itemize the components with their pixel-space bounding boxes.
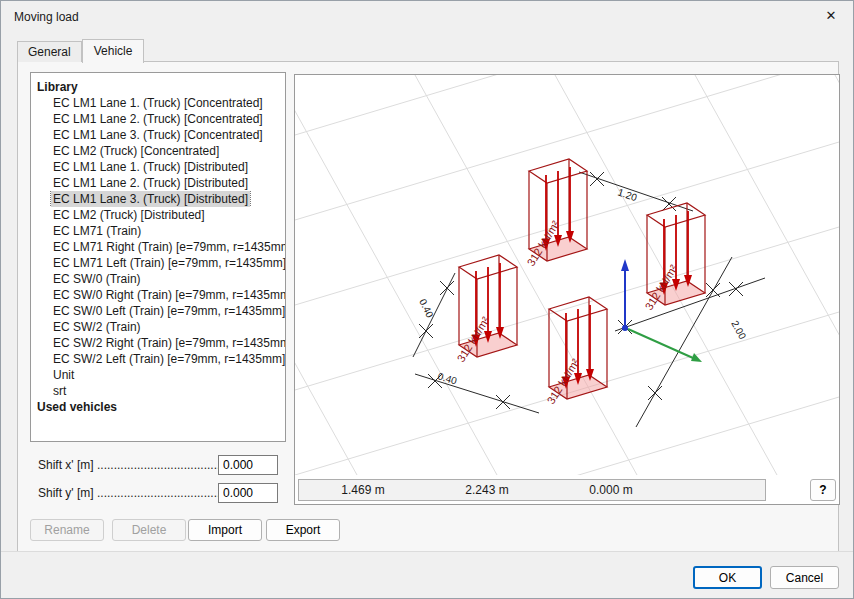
- list-item[interactable]: srt: [31, 383, 285, 399]
- list-item[interactable]: EC SW/2 (Train): [31, 319, 285, 335]
- list-item[interactable]: EC SW/0 Left (Train) [e=79mm, r=1435mm]: [31, 303, 285, 319]
- shift-y-row: Shift y' [m] ...........................…: [38, 482, 286, 504]
- list-item[interactable]: EC SW/0 Right (Train) [e=79mm, r=1435mm]: [31, 287, 285, 303]
- shift-y-input[interactable]: [218, 483, 278, 503]
- tab-vehicle[interactable]: Vehicle: [82, 39, 145, 63]
- window-title: Moving load: [14, 10, 79, 24]
- tab-general[interactable]: General: [17, 41, 82, 62]
- coordinate-status-bar: 1.469 m 2.243 m 0.000 m: [298, 479, 766, 501]
- shift-x-label: Shift x' [m] ...........................…: [38, 458, 218, 472]
- list-item[interactable]: EC LM1 Lane 1. (Truck) [Concentrated]: [31, 95, 285, 111]
- ok-button[interactable]: OK: [693, 566, 762, 589]
- shift-y-label: Shift y' [m] ...........................…: [38, 486, 218, 500]
- list-item[interactable]: EC LM71 (Train): [31, 223, 285, 239]
- list-item-selected[interactable]: EC LM1 Lane 3. (Truck) [Distributed]: [31, 191, 285, 207]
- used-vehicles-header: Used vehicles: [31, 399, 285, 415]
- help-button[interactable]: ?: [810, 479, 836, 501]
- list-item[interactable]: EC LM1 Lane 2. (Truck) [Concentrated]: [31, 111, 285, 127]
- list-item[interactable]: EC LM71 Left (Train) [e=79mm, r=1435mm]: [31, 255, 285, 271]
- tab-strip: General Vehicle: [17, 39, 144, 62]
- vehicle-3d-viewport[interactable]: 312 kN/m² 312 kN/m²: [294, 74, 840, 505]
- viewport-status-row: 1.469 m 2.243 m 0.000 m ?: [298, 479, 836, 501]
- grid-lines: [295, 75, 839, 475]
- dimension-label-1-20: 1.20: [616, 186, 638, 203]
- vehicle-3d-drawing: 312 kN/m² 312 kN/m²: [295, 75, 839, 475]
- vehicle-tab-page: Library EC LM1 Lane 1. (Truck) [Concentr…: [17, 61, 839, 553]
- coord-y-value: 2.243 m: [427, 483, 547, 497]
- list-item[interactable]: EC LM2 (Truck) [Concentrated]: [31, 143, 285, 159]
- coord-z-value: 0.000 m: [551, 483, 671, 497]
- origin-point: [622, 325, 628, 331]
- list-item[interactable]: EC LM1 Lane 1. (Truck) [Distributed]: [31, 159, 285, 175]
- list-item[interactable]: EC SW/2 Left (Train) [e=79mm, r=1435mm]: [31, 351, 285, 367]
- dimension-label-0-40-lower: 0.40: [436, 370, 458, 386]
- list-item[interactable]: EC SW/0 (Train): [31, 271, 285, 287]
- z-axis-arrow: [621, 259, 629, 327]
- shift-x-row: Shift x' [m] ...........................…: [38, 454, 286, 476]
- export-button[interactable]: Export: [266, 519, 340, 541]
- title-bar: Moving load ✕: [1, 1, 853, 33]
- delete-button[interactable]: Delete: [112, 519, 186, 541]
- dialog-footer: OK Cancel: [1, 551, 853, 598]
- list-item[interactable]: EC LM1 Lane 3. (Truck) [Concentrated]: [31, 127, 285, 143]
- cancel-button[interactable]: Cancel: [770, 566, 839, 589]
- coord-x-value: 1.469 m: [303, 483, 423, 497]
- vehicle-library-list[interactable]: Library EC LM1 Lane 1. (Truck) [Concentr…: [30, 72, 286, 442]
- library-header: Library: [31, 79, 285, 95]
- list-item[interactable]: EC LM2 (Truck) [Distributed]: [31, 207, 285, 223]
- rename-button[interactable]: Rename: [30, 519, 104, 541]
- list-item[interactable]: EC LM1 Lane 2. (Truck) [Distributed]: [31, 175, 285, 191]
- shift-x-input[interactable]: [218, 455, 278, 475]
- y-axis-arrow: [628, 329, 702, 362]
- list-item[interactable]: Unit: [31, 367, 285, 383]
- moving-load-dialog: Moving load ✕ General Vehicle Library EC…: [0, 0, 854, 599]
- dimension-label-2-00: 2.00: [729, 319, 748, 342]
- close-icon[interactable]: ✕: [809, 1, 853, 31]
- list-item[interactable]: EC SW/2 Right (Train) [e=79mm, r=1435mm]: [31, 335, 285, 351]
- import-button[interactable]: Import: [188, 519, 262, 541]
- list-item[interactable]: EC LM71 Right (Train) [e=79mm, r=1435mm]: [31, 239, 285, 255]
